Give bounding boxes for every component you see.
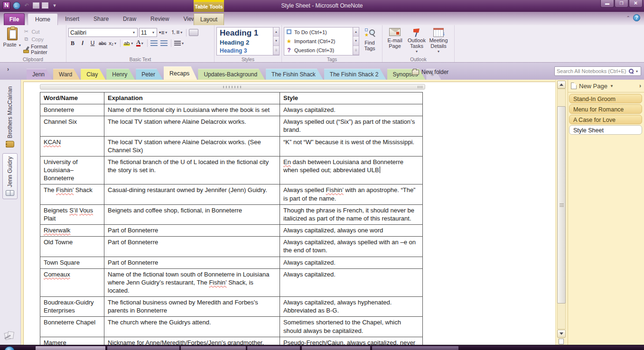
section-tab-ward[interactable]: Ward — [53, 69, 80, 80]
strikethrough-button[interactable]: abc — [98, 39, 107, 47]
column-header-explanation[interactable]: Explanation — [104, 92, 280, 104]
tags-scroll-down-icon[interactable]: ▼ — [353, 37, 359, 46]
taskbar-item[interactable] — [36, 346, 105, 350]
cell-explanation[interactable]: Name of the fictional city in Louisiana … — [104, 104, 280, 116]
taskbar-item[interactable] — [247, 346, 300, 350]
cell-style[interactable]: Always spelled out (“Six”) as part of th… — [280, 116, 423, 136]
styles-scroll-down-icon[interactable]: ▼ — [273, 37, 279, 46]
font-size-select[interactable]: 11▾ — [139, 28, 157, 37]
italic-button[interactable]: I — [78, 39, 87, 47]
paragraph-alignment-button[interactable]: ▾ — [174, 39, 185, 47]
style-heading-2[interactable]: Heading 2 — [220, 38, 270, 47]
cell-word[interactable]: Channel Six — [40, 116, 104, 136]
new-page-button[interactable]: New Page ▼ › — [568, 80, 644, 92]
unfiled-notes-icon[interactable] — [4, 331, 15, 341]
cell-explanation[interactable]: Part of Bonneterre — [104, 257, 280, 268]
subscript-button[interactable]: x₂ ▾ — [108, 39, 118, 47]
column-header-style[interactable]: Style — [280, 92, 423, 104]
taskbar-item[interactable] — [372, 346, 458, 350]
paste-button[interactable]: Paste ▾ — [2, 27, 23, 56]
section-tab-clay[interactable]: Clay — [81, 69, 105, 80]
cell-word[interactable]: Boudreaux-Guidry Enterprises — [40, 297, 104, 317]
dock-to-desktop-icon[interactable] — [33, 2, 39, 9]
expand-navigation-icon[interactable]: › — [7, 66, 9, 73]
onenote-logo-icon[interactable]: N — [2, 1, 10, 9]
column-header-word-name[interactable]: Word/Name — [40, 92, 104, 104]
page-tab-style-sheet[interactable]: Style Sheet — [569, 125, 642, 135]
tab-share[interactable]: Share — [86, 13, 116, 25]
cell-word[interactable]: Bonneterre — [40, 104, 104, 116]
help-icon[interactable]: ? — [633, 14, 640, 21]
section-tab-henry[interactable]: Henry — [106, 69, 135, 80]
tag-question-ctrl-3[interactable]: ?Question (Ctrl+3) — [286, 46, 350, 55]
back-icon[interactable]: ← — [13, 2, 20, 9]
cell-style[interactable]: Sometimes shortened to the Chapel, which… — [280, 317, 423, 337]
tab-insert[interactable]: Insert — [58, 13, 86, 25]
tag-important-ctrl-2[interactable]: ★Important (Ctrl+2) — [286, 37, 350, 46]
bullets-button[interactable]: •≡ ▾ — [159, 28, 168, 37]
cell-style[interactable]: En dash between Louisiana and Bonneterre… — [280, 156, 423, 184]
notebook-jenn-guidry[interactable]: Jenn Guidry — [2, 153, 18, 199]
increase-indent-icon[interactable] — [160, 39, 168, 47]
decrease-indent-icon[interactable] — [150, 39, 159, 47]
vertical-scrollbar[interactable] — [555, 80, 568, 345]
cell-word[interactable]: Town Square — [40, 257, 104, 268]
tab-layout[interactable]: Layout — [194, 13, 224, 25]
cell-word[interactable]: Riverwalk — [40, 225, 104, 237]
tab-draw[interactable]: Draw — [116, 13, 143, 25]
cell-word[interactable]: Bonneterre Chapel — [40, 317, 104, 337]
section-tab-jenn[interactable]: Jenn — [27, 69, 52, 80]
cell-word[interactable]: Beignets S’il Vous Plait — [40, 204, 104, 224]
taskbar-item[interactable] — [107, 346, 179, 350]
page-tab-stand-in-groom[interactable]: Stand-In Groom — [569, 94, 642, 103]
cell-style[interactable]: Though the phrase is French, it should n… — [280, 204, 423, 224]
cell-word[interactable]: Old Towne — [40, 237, 104, 257]
new-page-dropdown-icon[interactable]: ▼ — [610, 84, 614, 88]
next-page-icon[interactable] — [559, 339, 564, 344]
restore-button[interactable]: ❐ — [615, 0, 628, 8]
section-tab-recaps[interactable]: Recaps — [164, 66, 197, 80]
scroll-down-icon[interactable] — [557, 330, 566, 338]
cut-button[interactable]: ✂Cut — [23, 28, 64, 35]
minimize-button[interactable]: ▬ — [600, 0, 614, 8]
full-page-view-icon[interactable] — [42, 2, 48, 9]
cell-style[interactable]: Always capitalized. — [280, 268, 423, 296]
new-folder-button[interactable]: New folder — [412, 69, 448, 75]
cell-style[interactable]: Always capitalized, always one word — [280, 225, 423, 237]
page-tab-a-case-for-love[interactable]: A Case for Love — [569, 115, 642, 124]
cell-word[interactable]: Comeaux — [40, 268, 104, 296]
font-color-button[interactable]: A▾ — [136, 39, 145, 47]
section-tab-the-fishin-shack-2[interactable]: The Fishin Shack 2 — [324, 69, 386, 80]
search-input[interactable]: Search All Notebooks (Ctrl+E) ▾ — [554, 66, 641, 76]
cell-explanation[interactable]: Casual-dining restaurant owned by Jennif… — [104, 184, 280, 204]
cell-explanation[interactable]: Name of the fictional town south of Bonn… — [104, 268, 280, 296]
styles-scroll-up-icon[interactable]: ▲ — [273, 28, 279, 37]
cell-style[interactable]: Always capitalized, always hyphenated. A… — [280, 297, 423, 317]
close-button[interactable]: ✕ — [629, 0, 643, 8]
collapse-page-tabs-icon[interactable]: › — [639, 83, 641, 89]
cell-explanation[interactable]: The local TV station where Alaine Delacr… — [104, 136, 280, 156]
cell-explanation[interactable]: The fictional business owned by Meredith… — [104, 297, 280, 317]
section-tab-updates-background[interactable]: Updates-Background — [198, 69, 265, 80]
highlight-button[interactable]: ab▾ — [123, 39, 134, 47]
cell-style[interactable]: Pseudo-French/Cajun, always capitalized,… — [280, 337, 423, 345]
scroll-up-icon[interactable] — [557, 81, 566, 89]
clear-formatting-icon[interactable] — [189, 29, 198, 36]
styles-more-icon[interactable]: ⍔ — [273, 46, 279, 55]
start-button-icon[interactable] — [4, 346, 15, 350]
font-name-select[interactable]: Calibri▾ — [68, 28, 138, 37]
cell-word[interactable]: Mamere — [40, 337, 104, 345]
undo-icon[interactable]: ↶ — [23, 2, 30, 9]
underline-button[interactable]: U — [88, 39, 97, 47]
note-container-handle[interactable] — [40, 84, 425, 90]
meeting-details-button[interactable]: Meeting Details▾ — [428, 27, 449, 56]
file-tab[interactable]: File — [4, 13, 25, 25]
page-canvas[interactable]: Word/NameExplanationStyle BonneterreName… — [21, 80, 555, 345]
customize-qat-icon[interactable]: ▾ — [51, 2, 58, 9]
cell-style[interactable]: Always capitalized. — [280, 104, 423, 116]
cell-style[interactable]: Always capitalized, always spelled with … — [280, 237, 423, 257]
tags-scroll-up-icon[interactable]: ▲ — [353, 28, 359, 37]
section-tab-peter[interactable]: Peter — [136, 69, 163, 80]
cell-style[interactable]: “K” not “W” because it is west of the Mi… — [280, 136, 423, 156]
tags-more-icon[interactable]: ⍔ — [353, 46, 359, 55]
